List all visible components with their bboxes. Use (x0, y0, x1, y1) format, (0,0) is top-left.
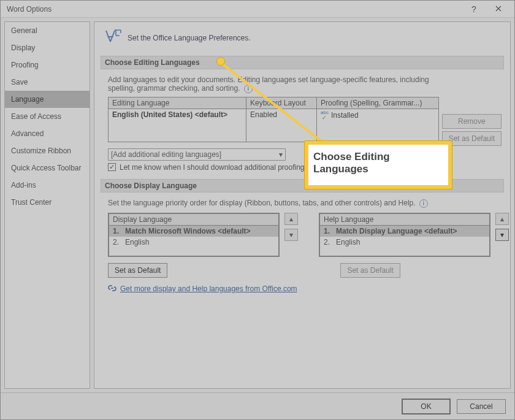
help-move-down-button[interactable]: ▾ (495, 229, 509, 241)
editing-desc: Add languages to edit your documents. Ed… (108, 75, 451, 93)
language-icon (104, 28, 121, 47)
display-language-header: Display Language (109, 214, 278, 226)
ok-button[interactable]: OK (402, 399, 451, 414)
download-proofing-checkbox[interactable]: ✓ (108, 163, 116, 171)
editing-header-keyboard: Keyboard Layout (246, 97, 316, 109)
help-updown: ▴ ▾ (495, 213, 509, 257)
display-updown: ▴ ▾ (284, 213, 298, 257)
add-editing-language-placeholder: [Add additional editing languages] (111, 150, 221, 159)
sidebar-item-general[interactable]: General (5, 22, 90, 39)
get-more-languages-link[interactable]: Get more display and Help languages from… (120, 284, 297, 293)
display-language-listbox[interactable]: Display Language 1. Match Microsoft Wind… (108, 213, 280, 257)
display-move-down-button[interactable]: ▾ (284, 229, 298, 241)
chevron-down-icon: ▾ (279, 150, 283, 159)
titlebar: Word Options ? (1, 1, 514, 18)
help-button[interactable]: ? (462, 1, 486, 17)
editing-header-proofing: Proofing (Spelling, Grammar...) (317, 97, 438, 109)
remove-language-button[interactable]: Remove (442, 114, 502, 129)
display-language-item-2[interactable]: 2. English (109, 237, 278, 248)
sidebar-item-advanced[interactable]: Advanced (5, 125, 90, 142)
checkmark-icon: ✓ (109, 163, 115, 171)
editing-section-title: Choose Editing Languages (101, 56, 504, 69)
sidebar-item-qat[interactable]: Quick Access Toolbar (5, 159, 90, 177)
set-default-help-button[interactable]: Set as Default (340, 263, 400, 278)
add-editing-language-dropdown[interactable]: [Add additional editing languages] ▾ (108, 148, 286, 161)
editing-header-lang: Editing Language (109, 97, 246, 109)
page-heading: Set the Office Language Preferences. (104, 28, 504, 47)
display-languages: Display Language 1. Match Microsoft Wind… (108, 213, 504, 257)
sidebar-item-trust-center[interactable]: Trust Center (5, 194, 90, 211)
callout-box: Choose Editing Languages (305, 141, 452, 189)
help-language-item-1[interactable]: 1. Match Display Language <default> (320, 226, 489, 237)
help-language-header: Help Language (320, 214, 489, 226)
help-language-listbox[interactable]: Help Language 1. Match Display Language … (319, 213, 490, 257)
display-move-up-button[interactable]: ▴ (284, 213, 298, 225)
dialog-footer: OK Cancel (1, 392, 514, 419)
word-options-dialog: Word Options ? General Display Proofing … (0, 0, 515, 420)
sidebar-item-display[interactable]: Display (5, 39, 90, 56)
editing-row-proofing-text: Installed (331, 111, 359, 120)
editing-desc-text: Add languages to edit your documents. Ed… (108, 75, 429, 93)
display-desc-text: Set the language priority order for disp… (108, 199, 416, 207)
set-default-display-button[interactable]: Set as Default (108, 263, 167, 278)
help-move-up-button[interactable]: ▴ (495, 213, 509, 225)
close-button[interactable] (486, 1, 511, 17)
display-desc: Set the language priority order for disp… (108, 199, 500, 208)
link-icon (108, 284, 116, 294)
callout-text: Choose Editing Languages (313, 151, 443, 175)
window-title: Word Options (7, 5, 462, 13)
help-language-item-2[interactable]: 2. English (320, 237, 489, 248)
main-panel: Set the Office Language Preferences. Cho… (94, 21, 511, 389)
info-icon[interactable]: i (419, 199, 428, 208)
page-title: Set the Office Language Preferences. (128, 34, 251, 42)
options-sidebar: General Display Proofing Save Language E… (4, 21, 90, 389)
proofing-installed-icon: abc✓ (321, 110, 329, 121)
sidebar-item-save[interactable]: Save (5, 74, 90, 91)
sidebar-item-addins[interactable]: Add-ins (5, 177, 90, 194)
editing-row-proofing[interactable]: abc✓ Installed (317, 109, 438, 122)
display-language-item-1[interactable]: 1. Match Microsoft Windows <default> (109, 226, 278, 237)
download-proofing-label: Let me know when I should download addit… (120, 163, 324, 172)
callout-focus-dot (216, 57, 225, 66)
sidebar-item-ease-of-access[interactable]: Ease of Access (5, 108, 90, 125)
close-icon (495, 5, 502, 13)
editing-row-lang[interactable]: English (United States) <default> (109, 109, 246, 120)
sidebar-item-language[interactable]: Language (5, 91, 90, 108)
sidebar-item-customize-ribbon[interactable]: Customize Ribbon (5, 142, 90, 159)
cancel-button[interactable]: Cancel (457, 399, 506, 414)
sidebar-item-proofing[interactable]: Proofing (5, 56, 90, 74)
